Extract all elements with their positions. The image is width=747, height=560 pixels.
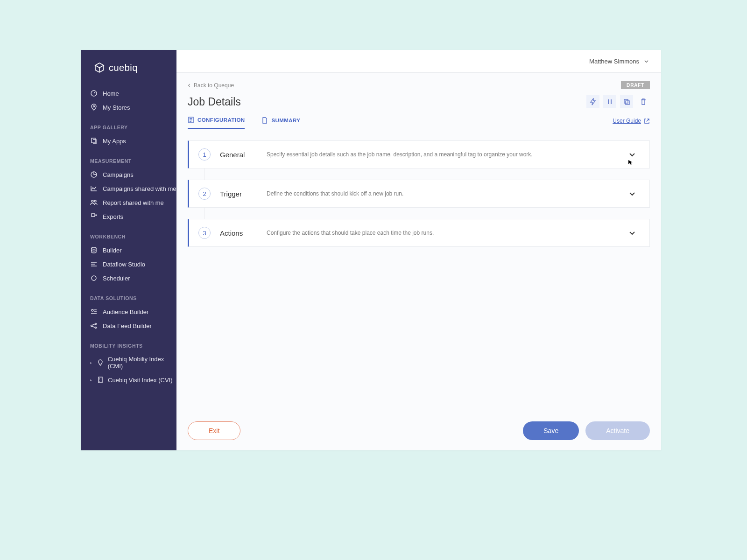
sidebar-item-data-feed-builder[interactable]: Data Feed Builder <box>81 319 176 333</box>
sidebar-heading: MEASUREMENT <box>81 148 176 168</box>
document-icon <box>261 117 268 124</box>
sidebar: cuebiq Home My Stores APP GALLERY My App… <box>81 50 176 450</box>
user-guide-label: User Guide <box>613 118 641 124</box>
cuebiq-logo-icon <box>94 62 105 73</box>
step-title: Trigger <box>220 190 267 198</box>
gauge-icon <box>90 90 98 97</box>
sidebar-item-label: Report shared with me <box>103 199 164 206</box>
sidebar-item-label: Audience Builder <box>103 308 148 315</box>
tab-label: SUMMARY <box>271 118 300 123</box>
sidebar-heading: WORKBENCH <box>81 224 176 243</box>
bolt-button[interactable] <box>586 95 599 108</box>
sidebar-item-label: Builder <box>103 247 121 254</box>
sidebar-item-audience-builder[interactable]: Audience Builder <box>81 305 176 319</box>
step-number: 1 <box>198 148 211 161</box>
status-badge: DRAFT <box>621 81 650 89</box>
pin2-icon <box>97 359 104 366</box>
step-title: General <box>220 151 267 159</box>
activate-button[interactable]: Activate <box>585 421 650 440</box>
sidebar-heading: MOBILITY INSIGHTS <box>81 333 176 352</box>
svg-point-6 <box>92 247 96 249</box>
pin-icon <box>90 104 98 111</box>
svg-point-8 <box>92 309 93 311</box>
sidebar-item-label: Exports <box>103 213 123 220</box>
brand-name: cuebiq <box>109 63 138 73</box>
svg-point-5 <box>94 200 96 202</box>
tab-configuration[interactable]: CONFIGURATION <box>188 117 245 129</box>
step-number: 3 <box>198 227 211 239</box>
save-button[interactable]: Save <box>523 421 579 440</box>
caret-right-icon: ▸ <box>90 361 93 365</box>
steps-accordion: 1 General Specify essential job details … <box>188 140 650 247</box>
copy-icon <box>623 98 630 105</box>
sidebar-item-report-shared-with-me[interactable]: Report shared with me <box>81 196 176 210</box>
sidebar-item-label: Scheduler <box>103 275 130 282</box>
step-connector <box>204 208 204 219</box>
people-icon <box>90 199 98 206</box>
sidebar-item-label: Campaigns <box>103 171 134 178</box>
sidebar-item-campaigns-shared-with-me[interactable]: Campaigns shared with me <box>81 182 176 196</box>
sidebar-item-cuebiq-mobiliy-index-cmi-[interactable]: ▸ Cuebiq Mobiliy Index (CMI) <box>81 352 176 373</box>
sidebar-item-my-apps[interactable]: My Apps <box>81 134 176 148</box>
chart-icon <box>90 185 98 192</box>
sidebar-item-label: Campaigns shared with me <box>103 185 176 192</box>
form-icon <box>188 117 194 123</box>
duplicate-button[interactable] <box>620 95 633 108</box>
sidebar-item-cuebiq-visit-index-cvi-[interactable]: ▸ Cuebiq Visit Index (CVI) <box>81 373 176 387</box>
user-name: Matthew Simmons <box>589 58 639 65</box>
sidebar-item-campaigns[interactable]: Campaigns <box>81 168 176 182</box>
toolbar <box>586 95 650 108</box>
chevron-down-icon[interactable] <box>628 189 636 198</box>
topbar: Matthew Simmons <box>176 50 661 73</box>
sidebar-item-label: Dataflow Studio <box>103 261 145 268</box>
step-trigger[interactable]: 2 Trigger Define the conditions that sho… <box>188 180 650 208</box>
sidebar-item-scheduler[interactable]: Scheduler <box>81 271 176 285</box>
tab-summary[interactable]: SUMMARY <box>261 117 300 129</box>
svg-point-7 <box>92 276 96 280</box>
pie-icon <box>90 171 98 178</box>
sidebar-heading: APP GALLERY <box>81 114 176 134</box>
delete-button[interactable] <box>637 95 650 108</box>
step-actions[interactable]: 3 Actions Configure the actions that sho… <box>188 219 650 247</box>
chevron-down-icon <box>644 59 649 64</box>
pause-button[interactable] <box>603 95 616 108</box>
trash-icon <box>640 98 647 105</box>
step-title: Actions <box>220 229 267 237</box>
svg-rect-12 <box>99 377 102 383</box>
chevron-down-icon[interactable] <box>628 229 636 237</box>
sidebar-item-label: Home <box>103 90 119 97</box>
chevron-down-icon[interactable] <box>628 150 636 159</box>
user-guide-link[interactable]: User Guide <box>613 118 650 129</box>
sidebar-item-builder[interactable]: Builder <box>81 243 176 257</box>
app-window: cuebiq Home My Stores APP GALLERY My App… <box>81 50 661 450</box>
main-area: Matthew Simmons DRAFT Back to Queque Job… <box>176 50 661 450</box>
svg-rect-13 <box>624 99 628 103</box>
network-icon <box>90 322 98 329</box>
page-title: Job Details <box>188 96 241 108</box>
lines-icon <box>90 260 98 268</box>
step-general[interactable]: 1 General Specify essential job details … <box>188 140 650 168</box>
user-menu[interactable]: Matthew Simmons <box>589 58 649 65</box>
exit-button[interactable]: Exit <box>188 421 240 440</box>
sidebar-item-my stores[interactable]: My Stores <box>81 100 176 114</box>
caret-right-icon: ▸ <box>90 378 93 382</box>
svg-rect-14 <box>626 101 629 105</box>
footer-buttons: Exit Save Activate <box>188 421 650 440</box>
svg-rect-2 <box>92 138 95 143</box>
sidebar-item-label: My Apps <box>103 138 126 145</box>
bolt-icon <box>589 98 597 105</box>
export-icon <box>90 213 98 220</box>
copy-icon <box>90 137 98 145</box>
sidebar-item-label: Data Feed Builder <box>103 322 152 329</box>
svg-point-4 <box>92 200 93 202</box>
sidebar-item-exports[interactable]: Exports <box>81 210 176 224</box>
svg-point-1 <box>93 106 95 107</box>
step-description: Configure the actions that should take p… <box>267 230 628 236</box>
back-link[interactable]: Back to Queque <box>188 73 650 89</box>
step-description: Specify essential job details such as th… <box>267 151 628 158</box>
sidebar-item-home[interactable]: Home <box>81 86 176 100</box>
sidebar-item-label: Cuebiq Mobiliy Index (CMI) <box>108 356 176 370</box>
sidebar-item-dataflow-studio[interactable]: Dataflow Studio <box>81 257 176 271</box>
circle-icon <box>90 274 98 282</box>
back-link-label: Back to Queque <box>194 82 234 89</box>
